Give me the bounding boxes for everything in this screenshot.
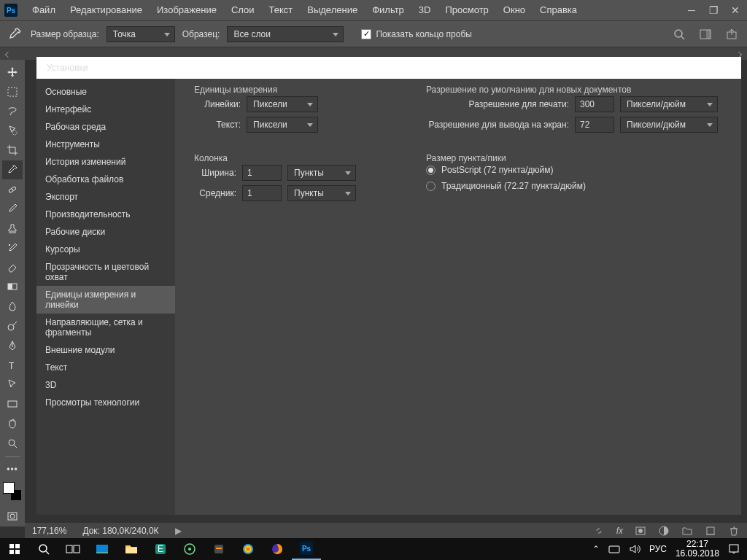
menu-window[interactable]: Окно — [496, 0, 533, 20]
adjustment-icon[interactable] — [658, 525, 670, 537]
tray-keyboard-icon[interactable] — [608, 544, 620, 554]
column-gutter-input[interactable]: 1 — [242, 185, 282, 201]
taskbar-firefox-icon[interactable] — [263, 538, 292, 560]
column-width-unit-select[interactable]: Пункты — [287, 165, 356, 181]
quickmask-icon[interactable] — [2, 507, 23, 526]
status-chevron-icon[interactable]: ▶ — [175, 526, 182, 536]
prefs-side-item[interactable]: Просмотры технологии — [36, 394, 175, 411]
quick-select-tool[interactable] — [2, 121, 23, 140]
workspace-icon[interactable] — [699, 28, 712, 41]
prefs-side-item[interactable]: Рабочие диски — [36, 223, 175, 241]
eraser-tool[interactable] — [2, 258, 23, 277]
menu-edit[interactable]: Редактирование — [63, 0, 150, 20]
show-ring-checkbox[interactable]: ✓ Показать кольцо пробы — [361, 29, 471, 39]
share-icon[interactable] — [725, 28, 738, 41]
menu-3d[interactable]: 3D — [411, 0, 438, 20]
menu-view[interactable]: Просмотр — [438, 0, 495, 20]
menu-text[interactable]: Текст — [262, 0, 301, 20]
hand-tool[interactable] — [2, 414, 23, 433]
crop-tool[interactable] — [2, 141, 23, 160]
taskbar-search-icon[interactable] — [29, 538, 58, 560]
taskbar-app-3[interactable] — [175, 538, 204, 560]
gradient-tool[interactable] — [2, 278, 23, 297]
svg-rect-34 — [125, 548, 137, 553]
task-view-icon[interactable] — [58, 538, 88, 560]
screen-resolution-input[interactable]: 72 — [575, 117, 614, 133]
rectangle-tool[interactable] — [2, 394, 23, 413]
prefs-side-item[interactable]: Единицы измерения и линейки — [36, 286, 175, 314]
tray-clock[interactable]: 22:17 16.09.2018 — [676, 540, 719, 559]
print-resolution-input[interactable]: 300 — [575, 96, 614, 112]
edit-toolbar-icon[interactable]: ••• — [2, 460, 23, 479]
taskbar-photoshop-icon[interactable]: Ps — [292, 538, 321, 560]
column-gutter-unit-select[interactable]: Пункты — [287, 185, 356, 201]
foreground-background-colors[interactable] — [3, 482, 22, 501]
stamp-tool[interactable] — [2, 219, 23, 238]
spot-heal-tool[interactable] — [2, 180, 23, 199]
traditional-radio[interactable]: Традиционный (72.27 пункта/дюйм) — [426, 181, 722, 191]
dodge-tool[interactable] — [2, 316, 23, 335]
text-unit-select[interactable]: Пиксели — [247, 117, 318, 133]
fx-icon[interactable]: fx — [616, 526, 623, 536]
search-icon[interactable] — [673, 28, 686, 41]
prefs-side-item[interactable]: Направляющие, сетка и фрагменты — [36, 314, 175, 341]
type-tool[interactable]: T — [2, 356, 23, 375]
menu-file[interactable]: Файл — [25, 0, 63, 20]
folder-icon[interactable] — [681, 525, 693, 537]
column-width-input[interactable]: 1 — [242, 165, 282, 181]
taskbar-explorer-icon[interactable] — [117, 538, 146, 560]
prefs-side-item[interactable]: История изменений — [36, 153, 175, 171]
prefs-side-item[interactable]: Прозрачность и цветовой охват — [36, 258, 175, 286]
blur-tool[interactable] — [2, 297, 23, 316]
eyedropper-tool[interactable] — [2, 160, 23, 179]
postscript-radio[interactable]: PostScript (72 пункта/дюйм) — [426, 165, 722, 175]
zoom-tool[interactable] — [2, 434, 23, 453]
prefs-side-item[interactable]: Интерфейс — [36, 101, 175, 118]
taskbar-app-5[interactable] — [233, 538, 263, 560]
prefs-side-item[interactable]: Инструменты — [36, 136, 175, 153]
new-layer-icon[interactable] — [705, 525, 716, 537]
tray-volume-icon[interactable] — [629, 544, 640, 554]
tray-notifications-icon[interactable] — [728, 543, 740, 555]
trash-icon[interactable] — [728, 525, 740, 537]
menu-layers[interactable]: Слои — [224, 0, 262, 20]
prefs-side-item[interactable]: Производительность — [36, 206, 175, 223]
mask-icon[interactable] — [635, 525, 646, 537]
print-resolution-unit-select[interactable]: Пиксели/дюйм — [620, 96, 718, 112]
start-button[interactable] — [0, 538, 29, 560]
marquee-tool[interactable] — [2, 82, 23, 101]
prefs-side-item[interactable]: Обработка файлов — [36, 171, 175, 188]
prefs-side-item[interactable]: Текст — [36, 359, 175, 376]
taskbar-app-1[interactable] — [88, 538, 117, 560]
pen-tool[interactable] — [2, 336, 23, 355]
zoom-level[interactable]: 177,16% — [32, 526, 66, 536]
taskbar-app-2[interactable]: E — [146, 538, 175, 560]
tray-chevron-icon[interactable]: ⌃ — [592, 544, 600, 554]
prefs-side-item[interactable]: Экспорт — [36, 188, 175, 206]
path-select-tool[interactable] — [2, 376, 23, 394]
prefs-side-item[interactable]: Внешние модули — [36, 341, 175, 359]
window-minimize-icon[interactable]: ─ — [686, 4, 697, 16]
brush-tool[interactable] — [2, 199, 23, 218]
menu-image[interactable]: Изображение — [150, 0, 224, 20]
lasso-tool[interactable] — [2, 102, 23, 121]
prefs-side-item[interactable]: Рабочая среда — [36, 118, 175, 136]
taskbar-app-4[interactable] — [204, 538, 233, 560]
menu-select[interactable]: Выделение — [300, 0, 365, 20]
window-restore-icon[interactable]: ❐ — [708, 4, 719, 16]
prefs-side-item[interactable]: Курсоры — [36, 241, 175, 258]
menu-help[interactable]: Справка — [533, 0, 584, 20]
rulers-select[interactable]: Пиксели — [247, 96, 318, 112]
tray-language[interactable]: РУС — [649, 544, 667, 554]
sample-layers-select[interactable]: Все слои — [227, 26, 344, 42]
menu-filter[interactable]: Фильтр — [365, 0, 411, 20]
history-brush-tool[interactable] — [2, 238, 23, 257]
prefs-side-item[interactable]: 3D — [36, 376, 175, 394]
eyedropper-icon[interactable] — [6, 26, 23, 43]
link-icon[interactable] — [593, 525, 605, 537]
move-tool[interactable] — [2, 63, 23, 82]
screen-resolution-unit-select[interactable]: Пиксели/дюйм — [620, 117, 718, 133]
window-close-icon[interactable]: ✕ — [729, 4, 741, 16]
prefs-side-item[interactable]: Основные — [36, 83, 175, 101]
sample-size-select[interactable]: Точка — [107, 26, 175, 42]
